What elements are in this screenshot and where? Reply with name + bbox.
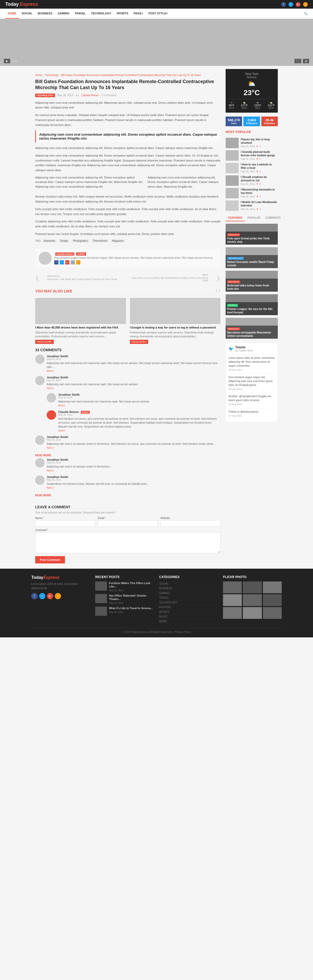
flickr-5[interactable] bbox=[243, 594, 262, 606]
reply-btn-7[interactable]: REPLY bbox=[47, 487, 54, 489]
footer-cat-5[interactable]: TECHNOLOGY bbox=[159, 600, 218, 605]
submit-btn[interactable]: Post Comment bbox=[35, 556, 65, 563]
footer-post-title-2[interactable]: Has Office 'Rebooted' Cloister Theater..… bbox=[109, 594, 154, 601]
related-title-2[interactable]: I Google is testing a way for users to l… bbox=[130, 326, 221, 329]
footer-cat-8[interactable]: MUSIC bbox=[159, 614, 218, 619]
author-rss-icon[interactable]: r bbox=[76, 260, 80, 264]
reply-btn-2[interactable]: REPLY bbox=[47, 387, 54, 390]
next-arrow-icon[interactable]: ❯ bbox=[217, 275, 220, 281]
comment-textarea[interactable] bbox=[35, 532, 220, 553]
related-title-1[interactable]: I More than 45,000 drones have been regi… bbox=[35, 326, 126, 329]
article-tag[interactable]: TECHNOLOGY bbox=[35, 94, 55, 97]
popular-title-3[interactable]: I How to use a website to filter a local bbox=[241, 163, 278, 170]
comment-author-5[interactable]: Jonathan Smith bbox=[47, 435, 220, 439]
nav-business[interactable]: BUSINESS bbox=[35, 9, 55, 19]
nav-social[interactable]: SOCIAL bbox=[19, 9, 35, 19]
author-gp-icon[interactable]: g+ bbox=[65, 260, 70, 264]
tag-awesome[interactable]: Awesome bbox=[42, 239, 57, 243]
feat-title-5[interactable]: Barcelona unstoppable Manchester United … bbox=[227, 331, 276, 338]
flickr-9[interactable] bbox=[263, 607, 282, 619]
nav-sports[interactable]: SPORTS bbox=[114, 9, 131, 19]
reply-btn-6[interactable]: REPLY bbox=[47, 469, 54, 472]
reply-btn-4[interactable]: REPLY bbox=[58, 430, 66, 432]
flickr-7[interactable] bbox=[223, 607, 242, 619]
flickr-2[interactable] bbox=[243, 581, 262, 593]
popular-title-4[interactable]: I Should creatives be annoyed or not bbox=[241, 175, 278, 182]
footer-fb-icon[interactable]: f bbox=[31, 593, 38, 599]
author-link-icon[interactable]: 🔗 bbox=[71, 260, 75, 264]
comment-author-1[interactable]: Jonathan Smith bbox=[47, 355, 220, 358]
feat-title-1[interactable]: Feds open formal probe into Tesla electr… bbox=[227, 237, 276, 243]
tag-design[interactable]: Design bbox=[58, 239, 70, 243]
popular-title-6[interactable]: I Mobile Art Luke Wroblewski interview bbox=[241, 200, 278, 207]
flickr-3[interactable] bbox=[263, 581, 282, 593]
feat-title-3[interactable]: Butterball talks turkey fewer fresh bird… bbox=[227, 284, 276, 291]
tag-photography[interactable]: Photography bbox=[71, 239, 90, 243]
footer-cat-9[interactable]: MORE bbox=[159, 619, 218, 624]
flickr-8[interactable] bbox=[243, 607, 262, 619]
prev-link[interactable]: PREVIOUS Macaday: The next big thing did… bbox=[47, 275, 117, 281]
comments-read-more-2[interactable]: READ MORE bbox=[35, 494, 51, 497]
email-input[interactable] bbox=[98, 520, 158, 527]
footer-post-title-1[interactable]: Furniture Makes This Office Look Like... bbox=[109, 581, 154, 588]
nav-travel[interactable]: TRAVEL bbox=[72, 9, 89, 19]
googleplus-icon[interactable]: g+ bbox=[296, 2, 300, 7]
reply-btn-5[interactable]: REPLY bbox=[47, 447, 54, 449]
footer-cat-3[interactable]: GAMING bbox=[159, 591, 218, 596]
comment-author-7[interactable]: Jonathan Smith bbox=[47, 476, 220, 479]
nav-page[interactable]: PAGE+ bbox=[131, 9, 146, 19]
hero-fullscreen-btn[interactable]: ⛶ bbox=[294, 59, 301, 63]
read-more-btn-1[interactable]: READ MORE bbox=[35, 340, 54, 344]
footer-cat-1[interactable]: SOCIAL bbox=[159, 581, 218, 586]
footer-cat-6[interactable]: FASHION bbox=[159, 605, 218, 610]
nav-technology[interactable]: TECHNOLOGY bbox=[89, 9, 114, 19]
tag-magazine[interactable]: Magazine bbox=[111, 239, 125, 243]
footer-tw-icon[interactable]: t bbox=[39, 593, 45, 599]
flickr-1[interactable] bbox=[223, 581, 242, 593]
flickr-6[interactable] bbox=[263, 594, 282, 606]
tab-featured[interactable]: FEATURED bbox=[226, 215, 245, 221]
feat-title-2[interactable]: Nelsen forecasts smaller Black Friday cr… bbox=[227, 260, 276, 267]
article-comments-count[interactable]: 0 Comments bbox=[102, 94, 117, 97]
footer-cat-7[interactable]: SPORTS bbox=[159, 610, 218, 614]
rss-icon[interactable]: r bbox=[303, 2, 308, 7]
website-input[interactable] bbox=[160, 520, 220, 527]
tw-btn[interactable]: 2,663 Followers bbox=[243, 116, 260, 126]
nav-post-style[interactable]: POST STYLE+ bbox=[146, 9, 171, 19]
author-fb-icon[interactable]: f bbox=[54, 260, 58, 264]
flickr-4[interactable] bbox=[223, 594, 242, 606]
gp-btn[interactable]: 29.4k Followers bbox=[261, 116, 278, 126]
footer-post-title-3[interactable]: What it's Like to Travel to Geneva... bbox=[109, 606, 153, 610]
footer-cat-2[interactable]: BUSINESS bbox=[159, 586, 218, 591]
search-icon[interactable]: 🔍 bbox=[304, 9, 308, 19]
facebook-icon[interactable]: f bbox=[281, 2, 286, 7]
feat-title-4[interactable]: Premier League: the race for the title (… bbox=[227, 307, 276, 314]
comment-author-2[interactable]: Jonathan Smith bbox=[47, 376, 220, 379]
comment-author-6[interactable]: Jonathan Smith bbox=[47, 458, 220, 461]
footer-gp-icon[interactable]: g+ bbox=[47, 593, 53, 599]
comments-read-more[interactable]: READ MORE bbox=[35, 454, 51, 457]
nav-home[interactable]: HOME bbox=[5, 9, 19, 19]
popular-title-2[interactable]: I Grandia planned build license orfor bo… bbox=[241, 150, 278, 157]
author-tw-icon[interactable]: t bbox=[60, 260, 64, 264]
tab-comments[interactable]: COMMENTS bbox=[263, 215, 283, 221]
hero-grid-btn[interactable]: ⊞ bbox=[303, 59, 309, 63]
fb-btn[interactable]: 506,270 Fans bbox=[226, 116, 242, 126]
twitter-icon[interactable]: t bbox=[288, 2, 293, 7]
hero-play-btn[interactable]: ▶ bbox=[4, 59, 10, 63]
popular-title-5[interactable]: I Mesmerizing minimalist to top items bbox=[241, 188, 278, 195]
tab-popular[interactable]: POPULAR bbox=[245, 215, 263, 221]
article-author[interactable]: Claudia Nelson bbox=[81, 94, 99, 97]
comment-author-3[interactable]: Jonathan Smith bbox=[58, 393, 220, 396]
nav-gaming[interactable]: GAMING bbox=[55, 9, 72, 19]
footer-rss-icon[interactable]: r bbox=[55, 593, 61, 599]
footer-cat-4[interactable]: TRAVEL bbox=[159, 596, 218, 600]
next-link[interactable]: NEXT Too Cool calls Apple Inc environs c… bbox=[125, 274, 209, 283]
reply-btn-1[interactable]: REPLY bbox=[47, 370, 54, 372]
name-input[interactable] bbox=[35, 520, 95, 527]
read-more-btn-2[interactable]: READ MORE bbox=[130, 340, 149, 344]
tag-themeforest[interactable]: Themeforest bbox=[91, 239, 109, 243]
popular-title-1[interactable]: Flames top Jets in long shootout bbox=[241, 138, 278, 145]
reply-btn-3[interactable]: REPLY bbox=[58, 404, 66, 407]
prev-arrow-icon[interactable]: ❮ bbox=[35, 275, 39, 281]
